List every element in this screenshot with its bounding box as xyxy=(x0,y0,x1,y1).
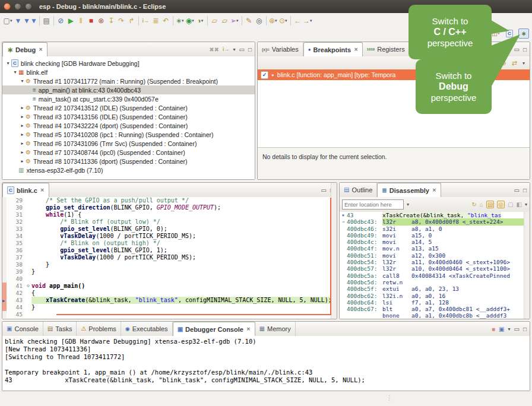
format-icon[interactable]: ✎ xyxy=(244,15,254,27)
disconnect-icon[interactable]: ⊗ xyxy=(96,15,106,27)
instruction-stepping-icon[interactable]: i→ xyxy=(141,15,151,27)
window-close-button[interactable] xyxy=(4,3,11,10)
step-return-icon[interactable]: ↱ xyxy=(126,15,137,27)
disassembly-listing[interactable]: ▪43xTaskCreate(&blink_task, "blink_tas⇒4… xyxy=(340,212,530,319)
expand-arrow-icon[interactable]: ▸ xyxy=(19,158,26,164)
save-all-icon[interactable]: ▼▼ xyxy=(23,15,37,27)
step-into-icon[interactable]: ↧ xyxy=(106,15,116,27)
view-menu-icon[interactable]: ▾ xyxy=(233,47,235,52)
tree-item[interactable]: ▸⚙Thread #6 1073431096 (Tmr Svc) (Suspen… xyxy=(2,139,255,148)
code-line[interactable]: 29 /* Set the GPIO as a push/pull output… xyxy=(2,197,337,204)
code-line[interactable]: 43 xTaskCreate(&blink_task, "blink_task"… xyxy=(2,297,337,304)
expand-arrow-icon[interactable]: ▸ xyxy=(19,141,26,146)
tab-console[interactable]: ▣Console xyxy=(2,322,43,336)
tab-problems[interactable]: ⚠Problems xyxy=(77,322,121,336)
drop-to-frame-icon[interactable]: ↶ xyxy=(161,15,171,27)
disasm-source-line[interactable]: ▪43xTaskCreate(&blink_task, "blink_tas xyxy=(340,212,530,218)
minimize-icon[interactable]: ▭ xyxy=(514,187,520,194)
track-expression-icon[interactable]: ◎ xyxy=(497,201,505,208)
tree-item[interactable]: ▸⚙Thread #2 1073413512 (IDLE) (Suspended… xyxy=(2,103,255,112)
breakpoint-checkbox[interactable]: ✓ xyxy=(261,71,268,79)
code-line[interactable]: 41⊖void app_main() xyxy=(2,283,337,290)
code-line[interactable]: 45 xyxy=(2,311,337,318)
home-icon[interactable]: ⌂ xyxy=(480,201,483,208)
expand-all-icon[interactable]: ⊕ xyxy=(501,59,506,67)
open-resource-icon[interactable]: ▱ xyxy=(220,15,230,27)
save-icon[interactable]: ▼ xyxy=(13,15,23,27)
code-line[interactable]: 32 /* Blink off (output low) */ xyxy=(2,218,337,226)
expand-arrow-icon[interactable]: ▸ xyxy=(19,132,26,137)
tree-item[interactable]: ▸⚙Thread #4 1073432224 (dport) (Suspende… xyxy=(2,121,255,130)
suspend-icon[interactable]: ‖ xyxy=(76,15,86,27)
tab-outline[interactable]: ▤Outline xyxy=(340,183,377,197)
disasm-row[interactable]: 400dbc5d:retw.n xyxy=(340,279,530,286)
show-source-icon[interactable]: ▤ xyxy=(486,201,494,208)
cpp-perspective-icon[interactable]: C xyxy=(505,29,514,38)
tab-debug[interactable]: ∗Debug✕ xyxy=(2,42,48,57)
dropdown-arrow-icon[interactable]: ▾ xyxy=(182,18,184,23)
code-line[interactable]: 38 } xyxy=(2,261,337,268)
tab-memory[interactable]: ▦Memory xyxy=(255,322,296,336)
launch-target-icon[interactable]: ➢▾ xyxy=(230,15,240,27)
open-perspective-icon[interactable]: ◫+ xyxy=(491,29,501,38)
code-line[interactable]: 40 xyxy=(2,275,337,283)
external-tools-icon[interactable]: ◑▾ xyxy=(195,15,205,27)
new-icon[interactable]: ▢▾ xyxy=(3,15,13,27)
console-output[interactable]: blink checking [GDB Hardware Debugging] … xyxy=(2,336,530,391)
disassembly-menu-icon[interactable]: ▾ xyxy=(525,202,527,207)
code-editor[interactable]: 29 /* Set the GPIO as a push/pull output… xyxy=(2,197,337,319)
debug-perspective-icon[interactable]: ∗ xyxy=(518,28,529,39)
close-icon[interactable]: ✕ xyxy=(39,47,43,52)
code-line[interactable]: 39} xyxy=(2,268,337,275)
close-icon[interactable]: ✕ xyxy=(246,326,251,332)
close-icon[interactable]: ✕ xyxy=(40,188,45,193)
disasm-row[interactable]: ⇒400dbc43:l32ra8, 0x400d00f8 <_stext+224… xyxy=(340,218,530,225)
terminate-icon[interactable]: ■ xyxy=(86,15,96,27)
maximize-icon[interactable]: □ xyxy=(523,46,527,53)
close-icon[interactable]: ✕ xyxy=(432,188,436,193)
maximize-icon[interactable]: □ xyxy=(523,326,527,332)
tree-item[interactable]: ▸⚙Thread #8 1073411336 (dport) (Suspende… xyxy=(2,157,255,166)
disasm-row[interactable]: bnonea0, a1, 0x400dbc8b <__adddf3 xyxy=(340,312,530,319)
display-selected-console-icon[interactable]: ▣ xyxy=(499,326,504,332)
disasm-row[interactable]: 400dbc4c:movia14, 5 xyxy=(340,239,530,245)
tree-item[interactable]: ▥xtensa-esp32-elf-gdb (7.10) xyxy=(2,166,255,175)
debug-tree[interactable]: ▾Cblink checking [GDB Hardware Debugging… xyxy=(2,56,255,179)
disasm-row[interactable]: 400dbc62:l32i.na0, a0, 16 xyxy=(340,293,530,299)
code-line[interactable]: 36 gpio_set_level(BLINK_GPIO, 1); xyxy=(2,247,337,254)
dropdown-arrow-icon[interactable]: ▾ xyxy=(285,18,287,23)
skip-all-breakpoints-icon[interactable]: ⊘ xyxy=(56,15,66,27)
code-line[interactable]: 35 /* Blink on (output high) */ xyxy=(2,240,337,247)
resume-icon[interactable]: ▶ xyxy=(66,15,76,27)
disasm-row[interactable]: 400dbc54:l32ra11, 0x400d0460 <_stext+109… xyxy=(340,259,530,265)
breakpoints-menu-icon[interactable]: ▾ xyxy=(522,61,525,66)
tree-item[interactable]: ▸⚙Thread #7 1073408744 (ipc0) (Suspended… xyxy=(2,148,255,157)
code-line[interactable]: 31 while(1) { xyxy=(2,211,337,218)
code-line[interactable]: 44} xyxy=(2,304,337,311)
tree-item[interactable]: ≡app_main() at blink.c:43 0x400dbc43 xyxy=(2,85,255,94)
instruction-stepping-mode-icon[interactable]: i→ xyxy=(223,46,230,52)
tab-disassembly[interactable]: ≣Disassembly✕ xyxy=(377,183,441,198)
minimize-icon[interactable]: ▭ xyxy=(321,187,327,194)
expand-arrow-icon[interactable]: ▸ xyxy=(19,105,26,110)
expand-arrow-icon[interactable]: ▸ xyxy=(19,150,26,155)
expand-arrow-icon[interactable]: ▸ xyxy=(19,114,26,119)
step-over-icon[interactable]: ↷ xyxy=(116,15,126,27)
fold-marker-icon[interactable]: ⊖ xyxy=(25,283,31,290)
tree-item[interactable]: ▾⚙Thread #1 1073411772 (main : Running) … xyxy=(2,77,255,85)
expand-arrow-icon[interactable]: ▾ xyxy=(12,69,18,75)
expand-arrow-icon[interactable]: ▸ xyxy=(19,123,26,128)
tree-item[interactable]: ▸⚙Thread #3 1073413156 (IDLE) (Suspended… xyxy=(2,112,255,121)
code-line[interactable]: 37 vTaskDelay(1000 / portTICK_PERIOD_MS)… xyxy=(2,254,337,261)
editor-scrollbar[interactable] xyxy=(331,183,337,319)
location-input[interactable] xyxy=(342,199,404,210)
expand-arrow-icon[interactable]: ▾ xyxy=(5,61,11,66)
dropdown-arrow-icon[interactable]: ▾ xyxy=(201,18,204,23)
disassembly-scrollbar[interactable] xyxy=(524,212,530,319)
code-line[interactable]: 34 vTaskDelay(1000 / portTICK_PERIOD_MS)… xyxy=(2,233,337,240)
forward-icon[interactable]: →▾ xyxy=(303,15,313,27)
disasm-row[interactable]: 400dbc57:l32ra10, 0x400d0464 <_stext+110… xyxy=(340,265,530,272)
dropdown-arrow-icon[interactable]: ▾ xyxy=(310,18,312,23)
show-debug-filters-icon[interactable]: ≣ xyxy=(151,15,161,27)
tab-blink-c[interactable]: Cblink.c✕ xyxy=(2,183,49,198)
